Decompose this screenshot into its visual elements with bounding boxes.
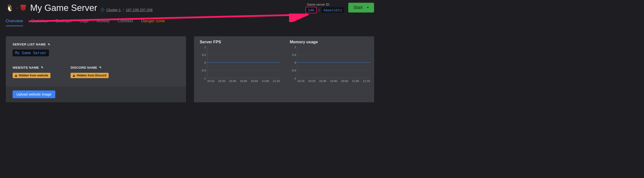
y-tick: -0.5 xyxy=(198,69,206,72)
cluster-info: ? Cluster-1 / 167.235.237.206 xyxy=(100,8,153,12)
discord-hidden-badge: Hidden from Discord xyxy=(70,73,109,78)
dash-separator: - xyxy=(16,5,18,10)
chart-plot xyxy=(297,47,370,78)
pencil-icon[interactable]: ✎ xyxy=(99,66,102,69)
chart-area: 1 0.5 0 -0.5 -1 10:10 10:20 10:30 10:40 … xyxy=(207,47,280,83)
x-tick: 10:20 xyxy=(218,79,225,83)
y-tick: 0 xyxy=(198,61,206,64)
game-shield-icon xyxy=(20,5,26,11)
server-fps-chart: Server FPS 1 0.5 0 -0.5 -1 10:10 10:20 1… xyxy=(198,40,280,98)
chart-area: 1 0.5 0 -0.5 -1 10:10 10:20 10:30 10:40 … xyxy=(297,47,370,83)
id-slash: / xyxy=(318,8,320,12)
website-hidden-badge: Hidden from website xyxy=(12,73,50,78)
x-tick: 10:50 xyxy=(341,79,348,83)
y-tick: -1 xyxy=(288,77,296,80)
website-name-block: WEBSITE NAME ✎ Hidden from website xyxy=(12,66,50,78)
x-tick: 10:30 xyxy=(319,79,326,83)
chart-data-line xyxy=(298,62,370,63)
server-id-slug[interactable]: kmaetsbtz xyxy=(322,7,344,13)
tab-danger-zone[interactable]: Danger zone xyxy=(141,19,165,26)
x-tick: 10:50 xyxy=(251,79,258,83)
tab-statistics[interactable]: Statistics xyxy=(31,19,48,26)
x-tick: 11:00 xyxy=(262,79,269,83)
x-tick: 11:10 xyxy=(363,79,370,83)
server-id-row: 148 / kmaetsbtz xyxy=(306,7,344,13)
ip-link[interactable]: 167.235.237.206 xyxy=(126,8,153,12)
chevron-down-icon xyxy=(367,7,369,8)
tab-bar: Overview Statistics Backups Logs Activit… xyxy=(0,13,380,26)
x-axis: 10:10 10:20 10:30 10:40 10:50 11:00 11:1… xyxy=(297,79,370,83)
discord-name-label: DISCORD NAME ✎ xyxy=(70,66,109,69)
server-list-name-label: SERVER LIST NAME ✎ xyxy=(12,43,179,46)
start-button[interactable]: Start xyxy=(348,3,374,13)
charts-panel: Server FPS 1 0.5 0 -0.5 -1 10:10 10:20 1… xyxy=(194,36,374,102)
memory-usage-chart: Memory usage 1 0.5 0 -0.5 -1 10:10 10:20… xyxy=(288,40,370,98)
name-row: WEBSITE NAME ✎ Hidden from website DISCO… xyxy=(12,66,179,78)
x-tick: 11:10 xyxy=(272,79,280,83)
server-list-name-value[interactable]: My Game Server xyxy=(12,50,49,56)
overview-panel: SERVER LIST NAME ✎ My Game Server WEBSIT… xyxy=(6,36,186,102)
pencil-icon[interactable]: ✎ xyxy=(48,43,50,46)
y-tick: -1 xyxy=(198,77,206,80)
main-content: SERVER LIST NAME ✎ My Game Server WEBSIT… xyxy=(0,26,380,102)
discord-name-block: DISCORD NAME ✎ Hidden from Discord xyxy=(70,66,109,78)
server-id-label: Game server ID: xyxy=(307,3,344,6)
start-button-label: Start xyxy=(354,5,362,10)
tab-activity[interactable]: Activity xyxy=(96,19,110,26)
y-tick: -0.5 xyxy=(288,69,296,72)
y-tick: 0.5 xyxy=(198,53,206,56)
upload-website-image-button[interactable]: Upload website image xyxy=(12,90,55,98)
server-id-block: Game server ID: 148 / kmaetsbtz xyxy=(306,3,344,13)
linux-icon: 🐧 xyxy=(6,4,14,11)
page-header: 🐧 - My Game Server ? Cluster-1 / 167.235… xyxy=(0,0,380,13)
header-right: Game server ID: 148 / kmaetsbtz Start xyxy=(306,3,374,13)
tab-backups[interactable]: Backups xyxy=(56,19,72,26)
y-tick: 1 xyxy=(288,45,296,48)
x-axis: 10:10 10:20 10:30 10:40 10:50 11:00 11:1… xyxy=(207,79,280,83)
server-id-number[interactable]: 148 xyxy=(306,7,317,13)
chart-data-line xyxy=(207,62,280,63)
y-tick: 0.5 xyxy=(288,53,296,56)
x-tick: 10:40 xyxy=(330,79,337,83)
tab-logs[interactable]: Logs xyxy=(80,19,88,26)
chart-plot xyxy=(207,47,280,78)
help-icon[interactable]: ? xyxy=(100,8,104,12)
chart-title: Server FPS xyxy=(200,40,280,44)
page-title: My Game Server xyxy=(30,3,97,13)
upload-bar: Upload website image xyxy=(6,87,186,102)
x-tick: 10:40 xyxy=(240,79,247,83)
website-name-label: WEBSITE NAME ✎ xyxy=(12,66,50,69)
warning-icon xyxy=(15,74,17,77)
x-tick: 10:20 xyxy=(308,79,315,83)
chart-title: Memory usage xyxy=(290,40,370,44)
pencil-icon[interactable]: ✎ xyxy=(41,66,44,69)
logo-group: 🐧 - xyxy=(6,4,26,11)
x-tick: 10:30 xyxy=(229,79,236,83)
slash-separator: / xyxy=(123,8,124,12)
cluster-link[interactable]: Cluster-1 xyxy=(106,8,121,12)
x-tick: 10:10 xyxy=(297,79,304,83)
x-tick: 10:10 xyxy=(207,79,214,83)
x-tick: 11:00 xyxy=(352,79,359,83)
y-tick: 1 xyxy=(198,45,206,48)
y-tick: 0 xyxy=(288,61,296,64)
tab-overview[interactable]: Overview xyxy=(6,19,23,26)
tab-connect[interactable]: Connect xyxy=(118,19,133,26)
page-title-row: My Game Server ? Cluster-1 / 167.235.237… xyxy=(30,3,152,13)
warning-icon xyxy=(73,74,75,77)
